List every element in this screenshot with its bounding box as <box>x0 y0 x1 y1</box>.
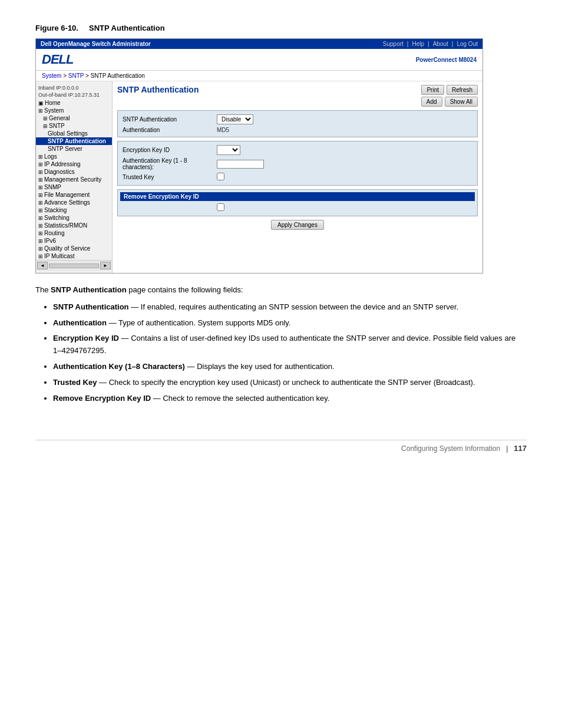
remove-value <box>217 203 472 212</box>
field-text-sntp-auth: If enabled, requires authenticating an S… <box>141 302 458 311</box>
page-container: Figure 6-10. SNTP Authentication Dell Op… <box>0 0 562 476</box>
sidebar-item-general[interactable]: ⊞General <box>36 114 112 122</box>
sntp-auth-select[interactable]: Disable Enable <box>217 114 253 124</box>
home-icon: ▣ <box>38 100 44 106</box>
dell-main-layout: Inband IP:0.0.0.0 Out-of-band IP:10.27.5… <box>36 81 482 273</box>
field-sep-trusted-key: — <box>99 378 109 387</box>
sidebar-item-routing[interactable]: ⊞Routing <box>36 229 112 237</box>
content-title-bar: SNTP Authentication Print Refresh Add Sh… <box>117 85 478 107</box>
topbar-logout[interactable]: Log Out <box>457 41 478 47</box>
sidebar-item-file-mgmt[interactable]: ⊞File Management <box>36 191 112 199</box>
sidebar-item-home[interactable]: ▣Home <box>36 99 112 107</box>
topbar-help[interactable]: Help <box>412 41 424 47</box>
outofband-ip: Out-of-band IP:10.27.5.31 <box>36 92 112 99</box>
breadcrumb-sntp[interactable]: SNTP <box>68 73 84 79</box>
sntp-auth-label: SNTP Authentication <box>123 116 217 123</box>
field-authentication: Authentication — Type of authentication.… <box>53 317 518 330</box>
breadcrumb-sep1: > <box>63 73 68 79</box>
apply-section: Apply Changes <box>117 220 478 230</box>
sidebar-item-system[interactable]: ⊞System <box>36 107 112 114</box>
general-icon: ⊞ <box>43 116 48 121</box>
buttons-row1: Print Refresh <box>421 85 478 95</box>
sidebar-item-global-settings[interactable]: Global Settings <box>36 130 112 137</box>
remove-checkbox[interactable] <box>217 203 224 211</box>
auth-key-value <box>217 160 472 169</box>
field-sntp-auth: SNTP Authentication — If enabled, requir… <box>53 301 518 314</box>
refresh-button[interactable]: Refresh <box>447 85 478 95</box>
field-name-auth-key: Authentication Key (1–8 Characters) <box>53 362 185 371</box>
sidebar-item-logs[interactable]: ⊞Logs <box>36 153 112 160</box>
sidebar-item-switching[interactable]: ⊞Switching <box>36 214 112 222</box>
footer-page: 117 <box>514 444 527 453</box>
sntp-auth-value: Disable Enable <box>217 114 472 124</box>
topbar-sep1: | <box>407 41 409 47</box>
sidebar-item-sntp[interactable]: ⊞SNTP <box>36 122 112 130</box>
auth-key-input[interactable] <box>217 160 264 169</box>
sidebar-item-ipv6[interactable]: ⊞IPv6 <box>36 237 112 245</box>
field-text-trusted-key: Check to specify the encryption key used… <box>109 378 475 387</box>
enc-key-id-select[interactable] <box>217 145 240 155</box>
file-icon: ⊞ <box>38 192 43 198</box>
breadcrumb-sep2: > <box>85 73 91 79</box>
field-enc-key-id: Encryption Key ID — Contains a list of u… <box>53 332 518 357</box>
field-sep-remove-enc-key-id: — <box>153 394 163 403</box>
routing-icon: ⊞ <box>38 230 43 236</box>
field-list: SNTP Authentication — If enabled, requir… <box>35 301 518 405</box>
enc-key-id-row: Encryption Key ID <box>120 144 475 156</box>
field-remove-enc-key-id: Remove Encryption Key ID — Check to remo… <box>53 393 518 405</box>
sidebar-item-ip-addressing[interactable]: ⊞IP Addressing <box>36 160 112 168</box>
dell-logobar: DELL PowerConnect M8024 <box>36 49 482 71</box>
inband-ip: Inband IP:0.0.0.0 <box>36 84 112 92</box>
sidebar-item-statistics[interactable]: ⊞Statistics/RMON <box>36 222 112 229</box>
content-title: SNTP Authentication <box>117 85 199 94</box>
topbar-sep3: | <box>452 41 454 47</box>
stats-icon: ⊞ <box>38 223 43 229</box>
sidebar-item-snmp[interactable]: ⊞SNMP <box>36 183 112 191</box>
sntp-auth-row: SNTP Authentication Disable Enable <box>120 113 475 126</box>
diag-icon: ⊞ <box>38 169 43 175</box>
page-footer: Configuring System Information | 117 <box>35 440 527 453</box>
sidebar-item-diagnostics[interactable]: ⊞Diagnostics <box>36 168 112 176</box>
trusted-key-value <box>217 173 472 182</box>
topbar-about[interactable]: About <box>433 41 448 47</box>
auth-key-label: Authentication Key (1 - 8 characters): <box>123 157 217 170</box>
dell-breadcrumb: System > SNTP > SNTP Authentication <box>36 71 482 81</box>
sidebar-item-sntp-server[interactable]: SNTP Server <box>36 145 112 153</box>
breadcrumb-system[interactable]: System <box>42 73 61 79</box>
trusted-key-label: Trusted Key <box>123 174 217 180</box>
auth-type-value: MD5 <box>217 127 472 133</box>
trusted-key-checkbox[interactable] <box>217 173 224 180</box>
apply-changes-button[interactable]: Apply Changes <box>271 220 324 230</box>
field-sep-sntp-auth: — <box>131 302 141 311</box>
remove-section: Remove Encryption Key ID <box>117 189 478 216</box>
auth-key-row: Authentication Key (1 - 8 characters): <box>120 156 475 172</box>
show-all-button[interactable]: Show All <box>445 97 478 107</box>
sidebar-item-ip-multicast[interactable]: ⊞IP Multicast <box>36 252 112 260</box>
scroll-left-btn[interactable]: ◄ <box>37 262 48 269</box>
product-name: PowerConnect M8024 <box>416 57 477 63</box>
sidebar-item-sntp-authentication[interactable]: SNTP Authentication <box>36 137 112 145</box>
info-section: SNTP Authentication Disable Enable Authe… <box>117 110 478 137</box>
sidebar-item-advance-settings[interactable]: ⊞Advance Settings <box>36 199 112 206</box>
adv-icon: ⊞ <box>38 200 43 206</box>
intro-bold: SNTP Authentication <box>51 285 127 294</box>
sidebar-item-mgmt-security[interactable]: ⊞Management Security <box>36 176 112 183</box>
scroll-track[interactable] <box>49 263 99 268</box>
remove-section-header: Remove Encryption Key ID <box>120 192 475 201</box>
field-sep-enc-key-id: — <box>121 334 131 342</box>
field-name-remove-enc-key-id: Remove Encryption Key ID <box>53 394 151 403</box>
topbar-sep2: | <box>428 41 429 47</box>
print-button[interactable]: Print <box>421 85 444 95</box>
scroll-right-btn[interactable]: ► <box>100 262 111 269</box>
enc-key-id-label: Encryption Key ID <box>123 147 217 153</box>
multicast-icon: ⊞ <box>38 253 43 259</box>
add-button[interactable]: Add <box>421 97 442 107</box>
sidebar-item-stacking[interactable]: ⊞Stacking <box>36 206 112 214</box>
topbar-support[interactable]: Support <box>383 41 404 47</box>
stack-icon: ⊞ <box>38 207 43 213</box>
dell-topbar: Dell OpenManage Switch Administrator Sup… <box>36 39 482 49</box>
sidebar-item-qos[interactable]: ⊞Quality of Service <box>36 245 112 252</box>
footer-separator: | <box>506 444 508 453</box>
topbar-links: Support | Help | About | Log Out <box>383 41 478 47</box>
field-name-enc-key-id: Encryption Key ID <box>53 334 119 342</box>
